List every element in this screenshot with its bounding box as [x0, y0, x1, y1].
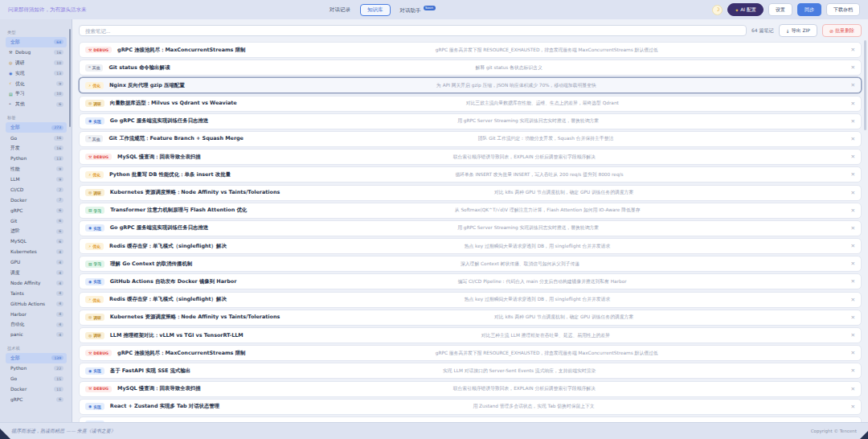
note-row[interactable]: ◉ 实现 Go gRPC 服务端流实现训练任务日志推送 用 gRPC Serve…: [79, 220, 862, 236]
close-icon[interactable]: ✕: [848, 243, 855, 249]
note-row[interactable]: ❝ 其他 Git status 命令输出解读 解释 git status 各状态…: [79, 59, 862, 76]
close-icon[interactable]: ✕: [848, 386, 855, 392]
note-row[interactable]: ▤ 学习 理解 Go Context 的取消传播机制 深入理解 Context …: [79, 256, 862, 272]
note-title: Transformer 注意力机制原理与 Flash Attention 优化: [110, 207, 247, 214]
sidebar-filter-item[interactable]: Kubernetes 4: [6, 247, 67, 257]
note-row[interactable]: ⚒ DEBUG gRPC 连接池耗尽：MaxConcurrentStreams …: [79, 42, 862, 58]
sidebar-filter-item[interactable]: CI/CD 7: [6, 185, 67, 195]
sidebar-filter-item[interactable]: Node Affinity 4: [6, 278, 67, 289]
sidebar-filter-item[interactable]: 自动化 4: [6, 319, 67, 330]
close-icon[interactable]: ✕: [848, 278, 855, 285]
sidebar-filter-item[interactable]: ❝ 其他 6: [6, 99, 67, 109]
sidebar-filter-item[interactable]: ⚒ Debug 16: [6, 47, 67, 58]
note-row[interactable]: ◉ 实现 GitHub Actions 自动发布 Docker 镜像到 Harb…: [79, 273, 862, 289]
close-icon[interactable]: ✕: [848, 101, 855, 107]
sidebar-filter-item[interactable]: 全部 273: [6, 122, 67, 133]
sidebar-filter-item[interactable]: Docker 7: [6, 195, 67, 205]
close-icon[interactable]: ✕: [848, 47, 855, 53]
sidebar-filter-item[interactable]: ◉ 实现 13: [6, 68, 67, 79]
sidebar-filter-item[interactable]: Docker 11: [6, 384, 67, 395]
note-row[interactable]: ⚒ DEBUG gRPC 连接池耗尽：MaxConcurrentStreams …: [79, 345, 862, 361]
sidebar-filter-item[interactable]: 全部 139: [6, 353, 67, 363]
note-row[interactable]: ◉ 实现 Go gRPC 服务端流实现训练任务日志推送 用 gRPC Serve…: [79, 113, 862, 129]
sidebar-filter-item[interactable]: Python 22: [6, 363, 67, 374]
sidebar-filter-item[interactable]: panic 4: [6, 330, 67, 340]
close-icon[interactable]: ✕: [848, 367, 855, 374]
note-type-badge: ▤ 学习: [85, 261, 104, 268]
sidebar-filter-item[interactable]: 性能 9: [6, 164, 67, 174]
close-icon[interactable]: ✕: [848, 225, 855, 232]
note-row[interactable]: ⚡ 优化 Redis 缓存击穿：单飞模式（singleflight）解决 热点 …: [79, 238, 862, 254]
sidebar-filter-item[interactable]: Python 13: [6, 154, 67, 164]
settings-button[interactable]: 设置: [768, 3, 792, 16]
sidebar-filter-item[interactable]: ⚡ 优化 9: [6, 79, 67, 89]
note-type-label: DEBUG: [93, 155, 108, 159]
sidebar-filter-item[interactable]: Go 16: [6, 133, 67, 143]
sidebar-filter-item[interactable]: gRPC 6: [6, 205, 67, 215]
note-row[interactable]: ⚒ DEBUG MySQL 慢查询：回表导致全表扫描 联合索引顺序错误导致回表，…: [79, 381, 862, 397]
sidebar-filter-item[interactable]: Go 15: [6, 374, 67, 384]
close-icon[interactable]: ✕: [848, 190, 855, 196]
note-row[interactable]: ⚒ DEBUG MySQL 慢查询：回表导致全表扫描 联合索引顺序错误导致回表，…: [79, 149, 862, 165]
note-description: 编写 CI/CD Pipeline：代码合入 main 分支后自动构建镜像并推送…: [236, 278, 848, 285]
close-icon[interactable]: ✕: [848, 314, 855, 321]
header-tab[interactable]: 对话记录: [330, 6, 350, 14]
count-badge: 16: [54, 50, 63, 55]
note-row[interactable]: ◎ 调研 向量数据库选型：Milvus vs Qdrant vs Weaviat…: [79, 96, 862, 112]
sidebar-filter-item[interactable]: 调度 4: [6, 268, 67, 278]
sidebar-filter-item[interactable]: ▤ 学习 10: [6, 88, 67, 99]
note-row[interactable]: ⚡ 优化 Python 批量写 DB 性能优化：单条 insert 改批量 循环…: [79, 166, 862, 183]
close-icon[interactable]: ✕: [848, 82, 855, 88]
sidebar-filter-item[interactable]: GitHub Actions 4: [6, 298, 67, 309]
sidebar-filter-item[interactable]: gRPC 6: [6, 395, 67, 405]
note-row[interactable]: ◎ 调研 Kubernetes 资源调度策略：Node Affinity vs …: [79, 185, 862, 201]
download-archive-button[interactable]: 下载存档: [826, 3, 860, 16]
export-zip-button[interactable]: ↓ 导出 ZIP: [779, 24, 817, 37]
sidebar-filter-item[interactable]: Git 6: [6, 215, 67, 226]
close-icon[interactable]: ✕: [848, 64, 855, 71]
note-type-badge: ⚒ DEBUG: [85, 47, 112, 53]
theme-toggle-button[interactable]: ☽: [712, 5, 723, 15]
note-description: 为 API 网关开启 gzip 压缩，JSON 响应体积减少 70%，移动端加载…: [185, 82, 848, 89]
sidebar-scrollbar[interactable]: [69, 29, 71, 127]
sidebar-filter-item[interactable]: Harbor 4: [6, 309, 67, 319]
close-icon[interactable]: ✕: [848, 332, 855, 338]
note-title: gRPC 连接池耗尽：MaxConcurrentStreams 限制: [117, 47, 245, 54]
close-icon[interactable]: ✕: [848, 261, 855, 267]
sidebar-filter-item[interactable]: 进阶 6: [6, 226, 67, 236]
note-row[interactable]: ◉ 实现 React + Zustand 实现多 Tab 对话状态管理 用 Zu…: [79, 399, 862, 415]
sidebar-filter-item[interactable]: LLM 9: [6, 174, 67, 185]
close-icon[interactable]: ✕: [848, 154, 855, 160]
close-icon[interactable]: ✕: [848, 136, 855, 142]
note-row[interactable]: ▤ 学习 Transformer 注意力机制原理与 Flash Attentio…: [79, 203, 862, 219]
close-icon[interactable]: ✕: [848, 118, 855, 125]
sidebar-filter-item[interactable]: ◎ 调研 10: [6, 58, 67, 68]
header-tab[interactable]: 知识库: [360, 4, 391, 16]
close-icon[interactable]: ✕: [848, 421, 855, 422]
note-row[interactable]: ◎ 调研 LLM 推理框架对比：vLLM vs TGI vs TensorRT-…: [79, 327, 862, 343]
close-icon[interactable]: ✕: [848, 207, 855, 214]
search-input[interactable]: [79, 25, 747, 36]
note-row[interactable]: ❝ 其他 Git 工作流规范：Feature Branch + Squash M…: [79, 131, 862, 147]
note-row[interactable]: ◉ 实现 基于 FastAPI 实现 SSE 流式输出 实现 LLM 对话接口的…: [79, 363, 862, 379]
sidebar-filter-item[interactable]: 开发 16: [6, 143, 67, 154]
close-icon[interactable]: ✕: [848, 297, 855, 303]
close-icon[interactable]: ✕: [848, 404, 855, 410]
sidebar-filter-item[interactable]: Taints 4: [6, 288, 67, 298]
ai-config-button[interactable]: ✦ AI 配置: [727, 3, 764, 16]
note-row[interactable]: ⚡ 优化 Redis 缓存击穿：单飞模式（singleflight）解决 热点 …: [79, 292, 862, 308]
note-title: Go gRPC 服务端流实现训练任务日志推送: [110, 117, 208, 125]
close-icon[interactable]: ✕: [848, 171, 855, 178]
note-type-badge: ◎ 调研: [85, 332, 104, 339]
header-tab[interactable]: 对话助手 Soon: [400, 6, 436, 14]
sidebar-filter-item[interactable]: 全部 64: [6, 37, 67, 47]
note-row[interactable]: ⚡ 优化 Nginx 反向代理 gzip 压缩配置 为 API 网关开启 gzi…: [79, 77, 862, 93]
bulk-delete-button[interactable]: ⊘ 批量删除: [822, 24, 862, 37]
note-row[interactable]: ◎ 调研 Kubernetes 资源调度策略：Node Affinity vs …: [79, 310, 862, 326]
note-row[interactable]: ◉ 实现 ✕: [79, 416, 862, 422]
sidebar-filter-item[interactable]: GPU 4: [6, 257, 67, 268]
close-icon[interactable]: ✕: [848, 350, 855, 356]
sidebar-filter-item[interactable]: MySQL 6: [6, 236, 67, 247]
list-scrollbar[interactable]: [864, 40, 866, 130]
sync-button[interactable]: 同步: [797, 3, 821, 16]
